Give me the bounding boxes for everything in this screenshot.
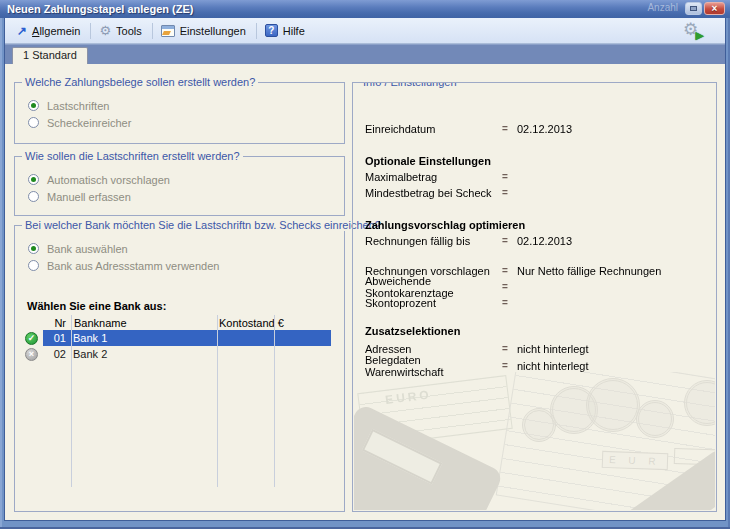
window-dock-button[interactable] (685, 2, 702, 15)
field-label: Einreichdatum (365, 123, 502, 135)
equals-icon: = (502, 360, 517, 371)
coin-shape (636, 400, 674, 438)
eur-boxes-text: E U R (602, 451, 668, 470)
table-gridline (217, 315, 218, 487)
banknote-euro-text: EURO (384, 387, 432, 407)
group-info-einstellungen: Info / Einstellungen Einreichdatum = 02.… (352, 82, 717, 512)
menu-allgemein[interactable]: ↗ Allgemein (11, 23, 88, 39)
equals-icon: = (502, 281, 517, 292)
table-gridline (71, 315, 72, 487)
titlebar-anzahl-text: Anzahl (647, 2, 678, 13)
radio-unselected-icon (28, 260, 39, 271)
window-title: Neuen Zahlungsstapel anlegen (ZE) (7, 3, 193, 15)
coin-shape (522, 408, 556, 442)
menu-tools-label: Tools (116, 25, 142, 37)
menu-tools[interactable]: ⚙ Tools (93, 22, 149, 39)
radio-manuell-erfassen[interactable]: Manuell erfassen (28, 188, 344, 205)
check-icon: ✓ (25, 332, 38, 345)
equals-icon: = (502, 235, 517, 246)
settings-window-icon (161, 25, 175, 37)
heading-zusatzselektionen: Zusatzselektionen (365, 323, 708, 338)
group-bank-auswahl: Bei welcher Bank möchten Sie die Lastsch… (14, 225, 345, 512)
field-mindestbetrag-scheck: Mindestbetrag bei Scheck = (365, 185, 708, 200)
field-abweichende-skontokarenztage: Abweichende Skontokarenztage = (365, 279, 708, 294)
dock-icon (690, 6, 697, 11)
menu-einstellungen[interactable]: Einstellungen (155, 23, 254, 39)
table-gridline (274, 315, 275, 487)
right-panel: Info / Einstellungen Einreichdatum = 02.… (352, 76, 717, 512)
cross-icon: × (25, 348, 38, 361)
radio-automatisch-vorschlagen[interactable]: Automatisch vorschlagen (28, 171, 344, 188)
calculator-display (362, 429, 443, 485)
gears-icon: ⚙ (99, 24, 111, 37)
group-zahlungsbelege-title: Welche Zahlungsbelege sollen erstellt we… (22, 76, 258, 88)
bank-table: Nr Bankname Kontostand € ✓ 01 Bank 1 (25, 315, 331, 362)
help-icon: ? (265, 24, 278, 37)
menu-hilfe[interactable]: ? Hilfe (259, 22, 313, 39)
radio-bank-auswaehlen[interactable]: Bank auswählen (28, 240, 344, 257)
cell-nr: 02 (43, 348, 70, 360)
radio-selected-icon (28, 243, 39, 254)
column-header-kontostand: Kontostand € (215, 317, 331, 329)
field-label: Skontoprozent (365, 297, 502, 309)
menu-allgemein-label: Allgemein (32, 25, 80, 37)
toolbar-separator (152, 23, 153, 39)
field-value[interactable]: nicht hinterlegt (517, 360, 589, 372)
toolbar-separator (256, 23, 257, 39)
field-maximalbetrag: Maximalbetrag = (365, 169, 708, 184)
column-header-bankname: Bankname (70, 317, 215, 329)
field-value[interactable]: Nur Netto fällige Rechnungen (517, 265, 661, 277)
radio-bank-auswaehlen-label: Bank auswählen (47, 243, 128, 255)
play-icon: ▶ (696, 29, 704, 42)
tab-standard[interactable]: 1 Standard (12, 47, 88, 64)
field-value[interactable]: 02.12.2013 (517, 123, 572, 135)
radio-manuell-label: Manuell erfassen (47, 191, 131, 203)
menu-hilfe-label: Hilfe (283, 25, 305, 37)
group-lastschriften-art: Wie sollen die Lastschriften erstellt we… (14, 156, 345, 216)
heading-label: Optionale Einstellungen (365, 155, 491, 167)
field-skontoprozent: Skontoprozent = (365, 295, 708, 310)
run-settings-button[interactable]: ⚙ ▶ (683, 21, 703, 41)
toolbar: ↗ Allgemein ⚙ Tools Einstellungen ? Hilf… (5, 18, 725, 44)
group-lastschriften-art-title: Wie sollen die Lastschriften erstellt we… (22, 150, 243, 162)
radio-unselected-icon (28, 191, 39, 202)
field-value[interactable]: 02.12.2013 (517, 235, 572, 247)
left-panel: Welche Zahlungsbelege sollen erstellt we… (14, 76, 345, 512)
radio-scheckeinreicher[interactable]: Scheckeinreicher (28, 114, 344, 131)
heading-label: Zahlungsvorschlag optimieren (365, 219, 525, 231)
heading-zahlungsvorschlag: Zahlungsvorschlag optimieren (365, 217, 708, 232)
column-header-nr: Nr (25, 317, 70, 329)
field-belegdaten-warenwirtschaft: Belegdaten Warenwirtschaft = nicht hinte… (365, 358, 708, 373)
field-label: Belegdaten Warenwirtschaft (365, 354, 502, 378)
radio-selected-icon (28, 100, 39, 111)
coin-shape (586, 378, 640, 432)
radio-unselected-icon (28, 117, 39, 128)
arrow-up-right-icon: ↗ (17, 25, 27, 37)
title-bar: Neuen Zahlungsstapel anlegen (ZE) Anzahl… (0, 0, 730, 18)
radio-automatisch-label: Automatisch vorschlagen (47, 174, 170, 186)
field-label: Rechnungen fällig bis (365, 235, 502, 247)
cell-nr: 01 (43, 332, 70, 344)
field-value[interactable]: nicht hinterlegt (517, 343, 589, 355)
cell-bankname: Bank 2 (70, 348, 215, 360)
field-label: Abweichende Skontokarenztage (365, 275, 502, 299)
cell-bankname: Bank 1 (70, 332, 215, 344)
field-label: Mindestbetrag bei Scheck (365, 187, 502, 199)
equals-icon: = (502, 171, 517, 182)
equals-icon: = (502, 297, 517, 308)
equals-icon: = (502, 343, 517, 354)
field-rechnungen-faellig-bis: Rechnungen fällig bis = 02.12.2013 (365, 233, 708, 248)
menu-einstellungen-label: Einstellungen (180, 25, 246, 37)
radio-bank-adressstamm[interactable]: Bank aus Adressstamm verwenden (28, 257, 344, 274)
equals-icon: = (502, 187, 517, 198)
money-watermark-image: EURO E U R (354, 372, 715, 510)
group-bank-auswahl-title: Bei welcher Bank möchten Sie die Lastsch… (22, 219, 384, 231)
field-einreichdatum: Einreichdatum = 02.12.2013 (365, 121, 708, 136)
tab-strip: 1 Standard (5, 44, 725, 64)
group-zahlungsbelege: Welche Zahlungsbelege sollen erstellt we… (14, 82, 345, 144)
close-button[interactable]: × (704, 2, 725, 15)
radio-lastschriften[interactable]: Lastschriften (28, 97, 344, 114)
heading-optionale-einstellungen: Optionale Einstellungen (365, 153, 708, 168)
equals-icon: = (502, 265, 517, 276)
heading-label: Zusatzselektionen (365, 325, 460, 337)
